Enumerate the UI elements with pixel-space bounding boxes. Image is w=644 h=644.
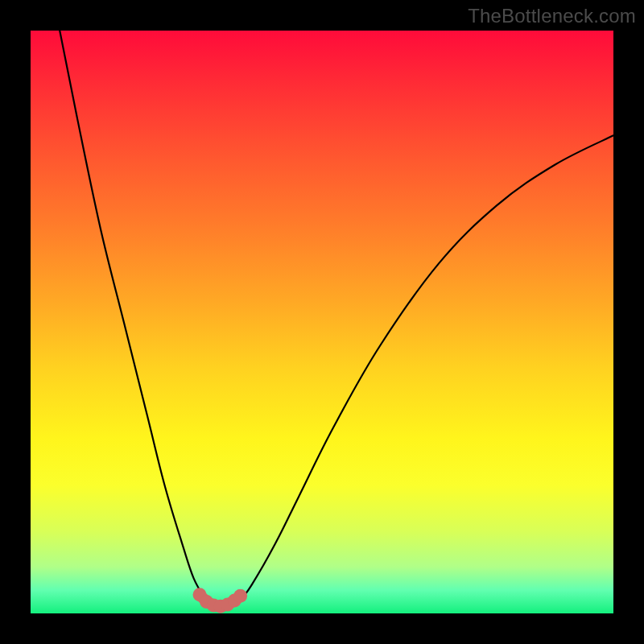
watermark-text: TheBottleneck.com bbox=[468, 5, 636, 27]
optimal-beads-group bbox=[193, 588, 248, 613]
plot-area bbox=[31, 31, 613, 613]
chart-frame: TheBottleneck.com bbox=[0, 0, 644, 644]
bottleneck-curve bbox=[60, 31, 613, 606]
curve-svg bbox=[31, 31, 613, 613]
optimal-bead bbox=[233, 589, 247, 603]
